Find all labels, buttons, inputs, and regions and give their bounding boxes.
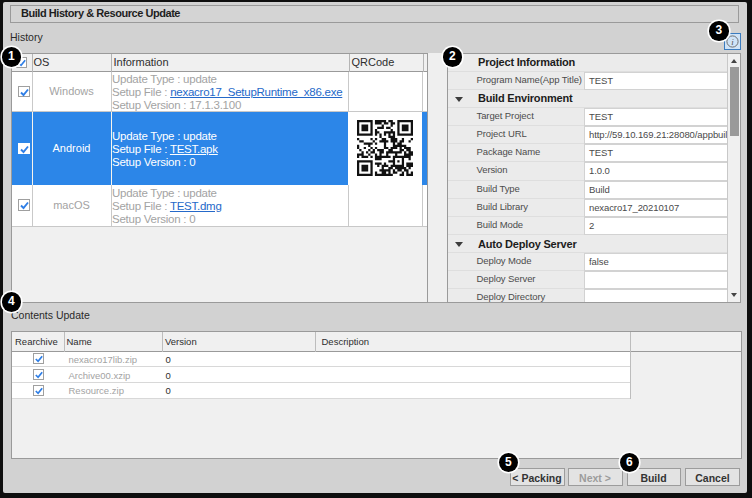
svg-text:i: i — [731, 37, 734, 47]
